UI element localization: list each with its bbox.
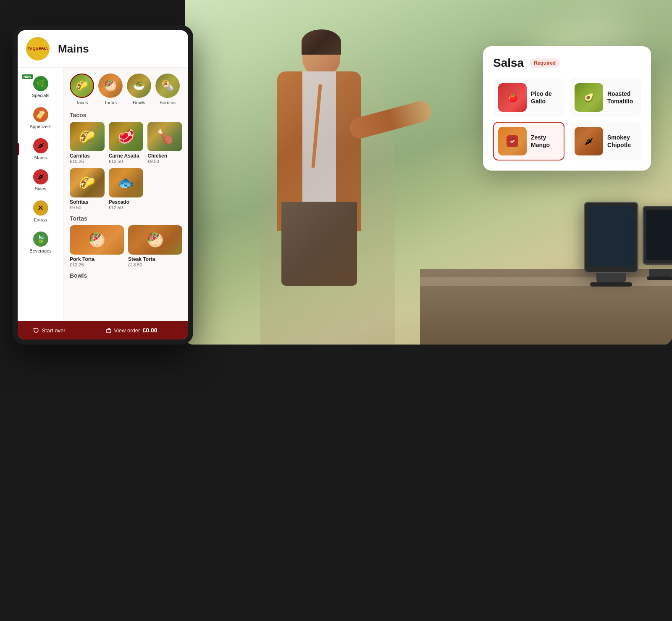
sidebar-item-specials[interactable]: NEW 🌿 Specials: [18, 72, 63, 102]
mango-selected-overlay: [498, 127, 527, 155]
sidebar-label-extras: Extras: [34, 217, 47, 222]
carne-price: £12.50: [109, 159, 144, 164]
tablet-header: TAQUERIA Mains: [18, 30, 188, 68]
tomatillo-name: Roasted Tomatillo: [607, 90, 636, 105]
view-order-button[interactable]: View order £0.00: [81, 327, 181, 334]
food-item-pescado[interactable]: 🐟 Pescado £12.50: [109, 168, 144, 210]
sidebar-label-beverages: Beverages: [29, 248, 52, 253]
sofritas-thumbnail: 🌮: [70, 168, 105, 197]
steak-torta-name: Steak Torta: [128, 256, 182, 262]
sidebar-label-sides: Sides: [35, 186, 47, 191]
tab-tacos[interactable]: 🌮 Tacos: [70, 74, 94, 105]
tablet-main-content: 🌮 Tacos 🥙 Tortas 🥗 Bowls 🌯 Burritos: [64, 68, 188, 321]
start-over-button[interactable]: Start over: [24, 327, 74, 334]
food-item-steak-torta[interactable]: 🥙 Steak Torta £13.50: [128, 225, 182, 267]
sidebar-label-mains: Mains: [34, 155, 47, 160]
tortas-thumbnail: 🥙: [98, 74, 123, 98]
sidebar-item-sides[interactable]: 🌶 Sides: [18, 165, 63, 195]
tablet-device: TAQUERIA Mains NEW 🌿 Specials 🫔 Appetize…: [13, 25, 193, 345]
mains-icon: 🌶: [33, 138, 48, 153]
tab-tortas-label: Tortas: [104, 100, 117, 105]
salsa-card: Salsa Required 🍅 Pico de Gallo 🥑 Roasted…: [483, 46, 651, 171]
tablet-screen: TAQUERIA Mains NEW 🌿 Specials 🫔 Appetize…: [18, 30, 188, 339]
bag-icon: [106, 327, 112, 333]
salsa-option-tomatillo[interactable]: 🥑 Roasted Tomatillo: [570, 78, 641, 117]
steak-torta-thumbnail: 🥙: [128, 225, 182, 255]
salsa-options-grid: 🍅 Pico de Gallo 🥑 Roasted Tomatillo 🥭: [493, 78, 641, 161]
pescado-name: Pescado: [109, 199, 144, 205]
appetizers-icon: 🫔: [33, 107, 48, 122]
pork-torta-price: £12.25: [70, 262, 124, 267]
carnitas-name: Carnitas: [70, 153, 105, 159]
view-order-label: View order: [114, 327, 140, 334]
food-item-carne-asada[interactable]: 🥩 Carne Asada £12.50: [109, 122, 144, 164]
tab-burritos-label: Burritos: [160, 100, 176, 105]
pos-terminal: [584, 202, 638, 287]
tab-tortas[interactable]: 🥙 Tortas: [98, 74, 123, 105]
chipotle-name: Smokey Chipotle: [607, 134, 636, 149]
sidebar-item-beverages[interactable]: 🍃 Beverages: [18, 227, 63, 258]
food-item-chicken[interactable]: 🍗 Chicken £9.50: [147, 122, 182, 164]
food-item-pork-torta[interactable]: 🥙 Pork Torta £12.25: [70, 225, 124, 267]
tablet-bottom-bar: Start over View order £0.00: [18, 321, 188, 339]
sidebar-item-extras[interactable]: ✕ Extras: [18, 196, 63, 226]
carnitas-price: £10.25: [70, 159, 105, 164]
salsa-option-pico[interactable]: 🍅 Pico de Gallo: [493, 78, 564, 117]
lower-background: [0, 336, 672, 621]
salsa-title: Salsa: [493, 56, 524, 70]
page-title: Mains: [58, 42, 89, 55]
sidebar-label-appetizers: Appetizers: [30, 124, 52, 129]
carnitas-thumbnail: 🌮: [70, 122, 105, 151]
pico-thumbnail: 🍅: [498, 83, 527, 112]
section-tortas-header: Tortas: [70, 215, 182, 222]
tab-burritos[interactable]: 🌯 Burritos: [155, 74, 180, 105]
sidebar-item-appetizers[interactable]: 🫔 Appetizers: [18, 103, 63, 133]
burritos-thumbnail: 🌯: [155, 74, 180, 98]
tablet-sidebar: NEW 🌿 Specials 🫔 Appetizers 🌶 Mains 🌶 Si…: [18, 68, 64, 321]
sidebar-item-mains[interactable]: 🌶 Mains: [18, 134, 63, 164]
required-badge: Required: [530, 58, 560, 68]
salsa-card-header: Salsa Required: [493, 56, 641, 70]
category-tabs: 🌮 Tacos 🥙 Tortas 🥗 Bowls 🌯 Burritos: [70, 74, 182, 105]
tacos-thumbnail: 🌮: [70, 74, 94, 98]
chipotle-thumbnail: 🌶: [575, 127, 603, 155]
check-icon: [507, 135, 518, 147]
pescado-thumbnail: 🐟: [109, 168, 144, 197]
brand-logo: TAQUERIA: [26, 37, 50, 61]
tab-bowls[interactable]: 🥗 Bowls: [127, 74, 151, 105]
pico-name: Pico de Gallo: [531, 90, 559, 105]
new-badge: NEW: [22, 74, 33, 79]
steak-torta-price: £13.50: [128, 262, 182, 267]
carne-name: Carne Asada: [109, 153, 144, 159]
extras-icon: ✕: [33, 200, 48, 216]
section-tacos-header: Tacos: [70, 112, 182, 118]
start-over-label: Start over: [42, 327, 65, 334]
order-price: £0.00: [142, 327, 157, 334]
food-item-sofritas[interactable]: 🌮 Sofritas £9.50: [70, 168, 105, 210]
bottom-divider: [78, 326, 78, 334]
mango-name: Zesty Mango: [531, 134, 559, 149]
carne-thumbnail: 🥩: [109, 122, 144, 151]
tortas-grid: 🥙 Pork Torta £12.25 🥙 Steak Torta £13.50: [70, 225, 182, 267]
pork-torta-thumbnail: 🥙: [70, 225, 124, 255]
chicken-price: £9.50: [147, 159, 182, 164]
chicken-thumbnail: 🍗: [147, 122, 182, 151]
food-item-carnitas[interactable]: 🌮 Carnitas £10.25: [70, 122, 105, 164]
tomatillo-thumbnail: 🥑: [575, 83, 603, 112]
bowls-thumbnail: 🥗: [127, 74, 151, 98]
pork-torta-name: Pork Torta: [70, 256, 124, 262]
refresh-icon: [33, 327, 39, 333]
salsa-option-chipotle[interactable]: 🌶 Smokey Chipotle: [570, 122, 641, 161]
tablet-body: NEW 🌿 Specials 🫔 Appetizers 🌶 Mains 🌶 Si…: [18, 68, 188, 321]
sidebar-label-specials: Specials: [32, 93, 50, 98]
mango-thumbnail: 🥭: [498, 127, 527, 155]
tab-bowls-label: Bowls: [133, 100, 145, 105]
sofritas-name: Sofritas: [70, 199, 105, 205]
chicken-name: Chicken: [147, 153, 182, 159]
beverages-icon: 🍃: [33, 232, 48, 247]
sides-icon: 🌶: [33, 169, 48, 184]
tab-tacos-label: Tacos: [76, 100, 88, 105]
salsa-option-mango[interactable]: 🥭 Zesty Mango: [493, 122, 564, 161]
pescado-price: £12.50: [109, 205, 144, 210]
section-bowls-header: Bowls: [70, 272, 182, 279]
